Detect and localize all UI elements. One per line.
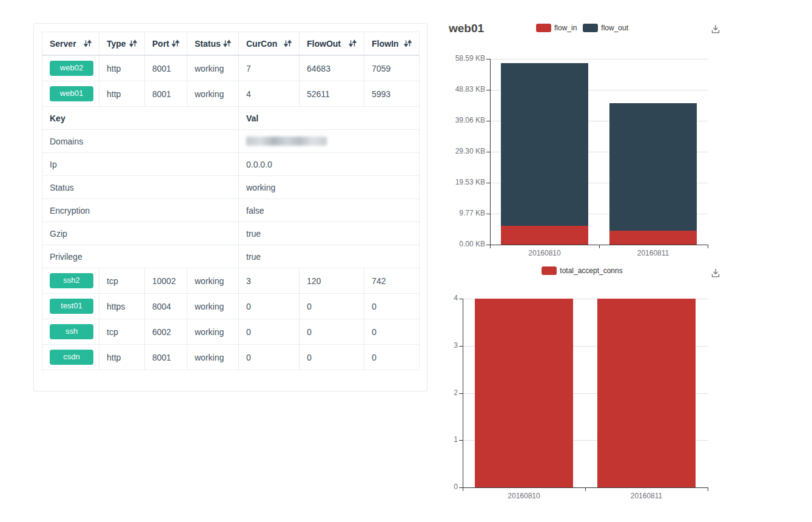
server-badge-button[interactable]: web02 [50,61,93,75]
cell-type: tcp [99,268,145,294]
cell-type: tcp [99,319,145,345]
kv-row: Ip0.0.0.0 [42,153,420,176]
x-tick-label: 20160811 [610,492,683,500]
server-badge-button[interactable]: csdn [50,350,93,364]
table-row: sshtcp6002working000 [42,319,420,345]
kv-row: Domains [42,130,420,153]
table-row: web02http8001working7646837059 [42,55,420,81]
bar-flow_in [609,231,697,245]
chart1-download-button[interactable] [710,23,723,36]
kv-val-cell: working [239,176,420,199]
kv-key-cell: Gzip [42,222,239,245]
column-label: FlowOut [307,39,341,49]
gridline [490,59,708,59]
x-axis-tick [585,487,586,491]
server-badge-button[interactable]: test01 [50,299,93,313]
cell-curcon: 7 [239,55,300,81]
column-label: Status [195,39,221,49]
server-badge-button[interactable]: web01 [50,86,93,101]
cell-curcon: 0 [239,345,300,370]
kv-row: Statusworking [42,176,420,199]
legend-label: flow_in [554,24,577,32]
cell-type: http [99,55,145,81]
bar-flow_out [609,103,697,231]
kv-val-cell: true [239,245,420,268]
cell-port: 8001 [145,55,187,81]
legend-item-flow_in[interactable]: flow_in [536,24,577,32]
x-tick-label: 20160811 [617,249,690,257]
column-header-curcon[interactable]: CurCon [239,32,300,56]
column-header-flowin[interactable]: FlowIn [364,32,420,56]
cell-status: working [187,55,239,81]
column-label: CurCon [246,39,277,49]
kv-row: Encryptionfalse [42,199,420,222]
download-icon [710,267,722,279]
sort-icon [84,39,92,47]
table-row: test01https8004working000 [42,294,420,319]
y-tick-label: 48.83 KB [434,85,485,93]
server-badge-button[interactable]: ssh2 [50,273,93,288]
cell-curcon: 0 [239,294,300,319]
legend-label: total_accept_conns [560,266,622,275]
kv-header-row: KeyVal [42,107,420,130]
cell-curcon: 3 [239,268,300,294]
x-tick-label: 20160810 [508,249,581,257]
sort-icon [223,39,231,47]
kv-val-cell: false [239,199,420,222]
cell-type: http [99,81,145,107]
y-axis-line [463,299,463,488]
x-axis-tick [708,487,708,491]
legend-item-total_accept_conns[interactable]: total_accept_conns [542,266,622,275]
column-label: Server [50,39,76,49]
bar-flow_in [501,226,588,245]
server-name-cell: web02 [42,55,99,81]
cell-flowout: 0 [300,294,364,319]
kv-key-cell: Privilege [42,245,239,268]
y-axis-line [490,59,491,245]
server-badge-button[interactable]: ssh [50,324,93,339]
server-name-cell: test01 [42,294,99,319]
legend-swatch [542,266,557,275]
chart2-download-button[interactable] [710,267,723,280]
column-label: Type [107,39,126,49]
y-tick-label: 4 [407,294,458,302]
y-tick-label: 1 [407,435,458,444]
kv-row: Privilegetrue [42,245,420,268]
cell-flowin: 7059 [364,55,420,81]
y-tick-label: 19.53 KB [434,178,485,186]
y-tick-label: 0.00 KB [434,240,485,248]
cell-status: working [187,319,239,345]
column-header-server[interactable]: Server [42,32,99,56]
y-tick-label: 2 [407,388,458,397]
cell-flowin: 5993 [364,81,420,107]
legend-item-flow_out[interactable]: flow_out [583,24,628,32]
column-label: Port [152,39,169,49]
column-header-port[interactable]: Port [145,32,187,56]
sort-icon [284,39,292,47]
column-header-flowout[interactable]: FlowOut [300,32,364,56]
kv-key-cell: Status [42,176,239,199]
y-tick-label: 0 [407,483,458,491]
cell-port: 6002 [145,319,187,345]
server-table-card: Server Type Port Status CurCon FlowOut F… [33,23,428,392]
chart1-plot: 0.00 KB9.77 KB19.53 KB29.30 KB39.06 KB48… [490,59,708,245]
x-tick-label: 20160810 [488,492,560,500]
y-tick-label: 9.77 KB [434,209,485,217]
cell-flowout: 52611 [300,81,364,107]
kv-val-cell: true [239,222,420,245]
cell-flowout: 64683 [300,55,364,81]
kv-header-val: Val [239,107,420,130]
kv-val-cell: 0.0.0.0 [239,153,420,176]
column-header-type[interactable]: Type [99,32,145,56]
server-name-cell: web01 [42,81,99,107]
column-header-status[interactable]: Status [187,32,239,56]
x-axis-tick [708,245,708,248]
sort-icon [349,39,357,47]
legend-swatch [536,24,551,32]
cell-port: 8001 [145,345,187,370]
server-name-cell: ssh [42,319,99,345]
table-row: ssh2tcp10002working3120742 [42,268,420,294]
chart2-legend: total_accept_conns [449,266,716,275]
table-row: web01http8001working4526115993 [42,81,420,107]
kv-row: Gziptrue [42,222,420,245]
